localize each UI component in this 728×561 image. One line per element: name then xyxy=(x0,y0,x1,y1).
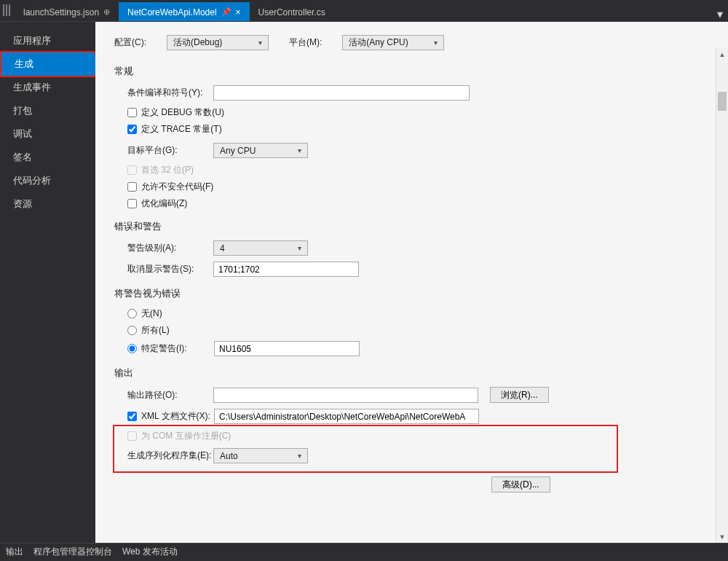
pin-icon[interactable]: 📌 xyxy=(221,7,232,17)
conditional-symbols-input[interactable] xyxy=(213,85,470,101)
warning-level-combo[interactable]: 4 ▾ xyxy=(213,240,308,256)
prefer-32bit-checkbox xyxy=(127,165,137,175)
xml-doc-label: XML 文档文件(X): xyxy=(141,410,214,423)
bottom-panel-tabs: 输出 程序包管理器控制台 Web 发布活动 xyxy=(0,543,728,560)
sidebar-item-build-events[interactable]: 生成事件 xyxy=(0,76,95,99)
define-trace-label: 定义 TRACE 常量(T) xyxy=(141,123,222,136)
chevron-down-icon: ▾ xyxy=(434,39,438,47)
sidebar-item-code-analysis[interactable]: 代码分析 xyxy=(0,169,95,192)
target-platform-combo[interactable]: Any CPU ▾ xyxy=(213,143,308,158)
tab-label: NetCoreWebApi.Model xyxy=(127,7,217,17)
serialization-combo[interactable]: Auto ▾ xyxy=(213,448,308,463)
output-path-label: 输出路径(O): xyxy=(127,389,213,401)
treat-all-radio[interactable] xyxy=(127,326,137,335)
define-debug-checkbox[interactable] xyxy=(127,108,137,117)
xml-doc-path-input[interactable] xyxy=(214,409,479,424)
section-general: 常规 xyxy=(114,65,709,78)
combo-value: Auto xyxy=(220,451,238,461)
optimize-code-checkbox[interactable] xyxy=(127,199,137,208)
warning-level-label: 警告级别(A): xyxy=(127,242,213,254)
output-path-input[interactable] xyxy=(213,388,478,403)
allow-unsafe-label: 允许不安全代码(F) xyxy=(141,181,213,193)
left-rail-icon[interactable] xyxy=(0,0,15,21)
combo-value: 活动(Any CPU) xyxy=(349,36,408,49)
sidebar-item-signing[interactable]: 签名 xyxy=(0,146,95,169)
section-errors-warnings: 错误和警告 xyxy=(114,220,709,233)
prefer-32bit-label: 首选 32 位(P) xyxy=(141,164,194,176)
conditional-symbols-label: 条件编译和符号(Y): xyxy=(127,87,213,99)
advanced-button[interactable]: 高级(D)... xyxy=(491,476,550,493)
treat-specific-label: 特定警告(I): xyxy=(141,342,214,355)
section-output: 输出 xyxy=(114,366,709,380)
scroll-down-arrow-icon[interactable]: ▼ xyxy=(716,530,728,543)
web-publish-activity-tab[interactable]: Web 发布活动 xyxy=(122,546,178,558)
tab-overflow-button[interactable]: ▾ xyxy=(712,7,728,21)
close-icon[interactable]: × xyxy=(236,7,241,17)
browse-button[interactable]: 浏览(R)... xyxy=(490,387,549,403)
suppress-warnings-input[interactable] xyxy=(213,262,359,277)
tab-label: UserController.cs xyxy=(258,7,325,17)
scroll-thumb[interactable] xyxy=(718,92,727,111)
define-trace-checkbox[interactable] xyxy=(127,125,137,134)
allow-unsafe-checkbox[interactable] xyxy=(127,182,137,192)
tab-bar: launchSettings.json ⊕ NetCoreWebApi.Mode… xyxy=(0,0,728,22)
output-tab[interactable]: 输出 xyxy=(6,546,23,558)
sidebar-item-debug[interactable]: 调试 xyxy=(0,122,95,146)
tab-launchsettings[interactable]: launchSettings.json ⊕ xyxy=(15,2,119,21)
chevron-down-icon: ▾ xyxy=(258,39,262,47)
treat-all-label: 所有(L) xyxy=(141,324,170,337)
tab-project-model[interactable]: NetCoreWebApi.Model 📌 × xyxy=(119,2,250,21)
scroll-up-arrow-icon[interactable]: ▲ xyxy=(716,48,728,60)
specific-warnings-input[interactable] xyxy=(214,341,360,356)
platform-combo[interactable]: 活动(Any CPU) ▾ xyxy=(342,35,444,50)
treat-specific-radio[interactable] xyxy=(127,344,137,353)
package-manager-console-tab[interactable]: 程序包管理器控制台 xyxy=(33,546,112,558)
combo-value: Any CPU xyxy=(220,146,256,156)
chevron-down-icon: ▾ xyxy=(298,146,301,154)
optimize-code-label: 优化编码(Z) xyxy=(141,197,187,210)
suppress-warnings-label: 取消显示警告(S): xyxy=(127,263,213,275)
treat-none-radio[interactable] xyxy=(127,309,137,318)
tab-label: launchSettings.json xyxy=(23,7,99,17)
sidebar-item-build[interactable]: 生成 xyxy=(1,52,94,76)
tab-usercontroller[interactable]: UserController.cs xyxy=(250,2,334,21)
chevron-down-icon: ▾ xyxy=(298,244,301,252)
section-treat-as-error: 将警告视为错误 xyxy=(114,287,709,300)
com-register-label: 为 COM 互操作注册(C) xyxy=(141,430,231,442)
combo-value: 4 xyxy=(220,243,225,254)
properties-content: 配置(C): 活动(Debug) ▾ 平台(M): 活动(Any CPU) ▾ … xyxy=(95,22,728,543)
pin-icon[interactable]: ⊕ xyxy=(103,7,110,17)
target-platform-label: 目标平台(G): xyxy=(127,144,213,157)
project-properties-sidebar: 应用程序 生成 生成事件 打包 调试 签名 代码分析 资源 xyxy=(0,22,95,543)
xml-doc-checkbox[interactable] xyxy=(127,412,137,421)
combo-value: 活动(Debug) xyxy=(173,36,222,49)
configuration-label: 配置(C): xyxy=(114,36,146,49)
vertical-scrollbar[interactable]: ▲ ▼ xyxy=(716,48,728,543)
platform-label: 平台(M): xyxy=(289,36,322,49)
serialization-label: 生成序列化程序集(E): xyxy=(127,450,213,462)
sidebar-item-resources[interactable]: 资源 xyxy=(0,192,95,216)
com-register-checkbox xyxy=(127,431,137,441)
sidebar-item-package[interactable]: 打包 xyxy=(0,99,95,122)
configuration-combo[interactable]: 活动(Debug) ▾ xyxy=(167,35,269,50)
chevron-down-icon: ▾ xyxy=(298,452,301,460)
sidebar-item-application[interactable]: 应用程序 xyxy=(0,29,95,52)
treat-none-label: 无(N) xyxy=(141,307,162,320)
define-debug-label: 定义 DEBUG 常数(U) xyxy=(141,106,224,119)
